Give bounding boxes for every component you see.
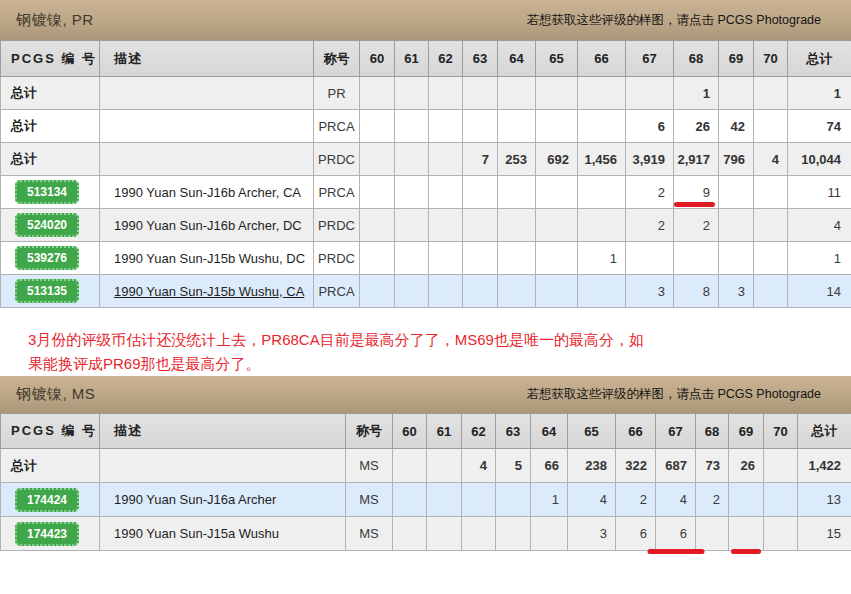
row-total-cell: 15 <box>798 517 851 551</box>
column-header-grade-68: 68 <box>696 414 729 449</box>
cert-number-button[interactable]: 174423 <box>15 522 79 546</box>
grade-cell-66: 2 <box>616 483 656 517</box>
ms-title-bar: 钢镀镍, MS 若想获取这些评级的样图，请点击 PCGS Photograde <box>0 376 851 413</box>
coin-description[interactable]: 1990 Yuan Sun-J15b Wushu, DC <box>114 251 305 266</box>
grade-cell-61 <box>395 143 429 176</box>
cert-number-button[interactable]: 174424 <box>15 488 79 512</box>
grade-cell-69: 3 <box>719 275 754 308</box>
cert-number-button[interactable]: 524020 <box>15 213 79 237</box>
grade-cell-63 <box>463 242 498 275</box>
grade-cell-69 <box>719 176 754 209</box>
photograde-link[interactable]: 若想获取这些评级的样图，请点击 PCGS Photograde <box>526 12 835 29</box>
grade-cell-66 <box>578 209 626 242</box>
description-cell[interactable]: 1990 Yuan Sun-J16b Archer, DC <box>100 209 314 242</box>
grade-cell-69 <box>719 77 754 110</box>
grade-cell-68: 2,917 <box>674 143 719 176</box>
grade-cell-66: 1,456 <box>578 143 626 176</box>
pcgs-population-report-page: 钢镀镍, PR 若想获取这些评级的样图，请点击 PCGS Photograde … <box>0 0 851 551</box>
grade-cell-61 <box>427 449 462 483</box>
cert-number-button[interactable]: 539276 <box>15 246 79 270</box>
coin-row: 5392761990 Yuan Sun-J15b Wushu, DCPRDC11 <box>1 242 851 275</box>
column-header-grade-63: 63 <box>496 414 531 449</box>
grade-cell-68: 1 <box>674 77 719 110</box>
grade-cell-60 <box>360 242 395 275</box>
column-header-grade-61: 61 <box>395 41 429 77</box>
description-cell[interactable]: 1990 Yuan Sun-J15b Wushu, CA <box>100 275 314 308</box>
grade-cell-60 <box>360 275 395 308</box>
grade-cell-67: 2 <box>626 176 674 209</box>
grade-cell-65: 692 <box>536 143 578 176</box>
row-total-cell: 1 <box>788 242 851 275</box>
grade-cell-67 <box>626 242 674 275</box>
annotation-line-2: 果能换评成PR69那也是最高分了。 <box>28 352 821 376</box>
coin-description[interactable]: 1990 Yuan Sun-J15a Wushu <box>114 526 279 541</box>
grade-cell-64: 1 <box>531 483 568 517</box>
grade-cell-63: 5 <box>496 449 531 483</box>
grade-cell-70 <box>754 110 788 143</box>
grade-cell-61 <box>395 110 429 143</box>
ms-section: 钢镀镍, MS 若想获取这些评级的样图，请点击 PCGS Photograde … <box>0 376 851 551</box>
grade-cell-63 <box>463 176 498 209</box>
grade-cell-67: 4 <box>656 483 696 517</box>
grade-cell-62 <box>429 242 463 275</box>
grade-cell-64: 66 <box>531 449 568 483</box>
row-total-cell: 13 <box>798 483 851 517</box>
user-annotation-text: 3月份的评级币估计还没统计上去，PR68CA目前是最高分了了，MS69也是唯一的… <box>0 308 851 376</box>
column-header-grade-66: 66 <box>616 414 656 449</box>
grade-cell-62 <box>429 176 463 209</box>
total-row-label: 总计 <box>11 151 37 166</box>
coin-description[interactable]: 1990 Yuan Sun-J16b Archer, DC <box>114 218 302 233</box>
grade-cell-64: 253 <box>498 143 536 176</box>
column-header-grade-64: 64 <box>531 414 568 449</box>
grade-cell-60 <box>393 449 427 483</box>
designation-cell: PRDC <box>314 209 360 242</box>
grade-cell-65: 4 <box>568 483 616 517</box>
column-header-pcgs-number: PCGS 编 号 <box>1 41 100 77</box>
grade-cell-63 <box>463 209 498 242</box>
annotation-line-1: 3月份的评级币估计还没统计上去，PR68CA目前是最高分了了，MS69也是唯一的… <box>28 328 821 352</box>
column-header-pcgs-number: PCGS 编 号 <box>1 414 100 449</box>
grade-cell-65 <box>536 275 578 308</box>
grade-cell-68 <box>674 242 719 275</box>
row-total-cell: 1,422 <box>798 449 851 483</box>
column-header-total: 总计 <box>788 41 851 77</box>
grade-cell-70 <box>764 449 798 483</box>
description-cell[interactable]: 1990 Yuan Sun-J16a Archer <box>100 483 346 517</box>
row-total-cell: 14 <box>788 275 851 308</box>
column-header-description: 描述 <box>100 41 314 77</box>
grade-cell-62 <box>429 110 463 143</box>
coin-description[interactable]: 1990 Yuan Sun-J16b Archer, CA <box>114 185 301 200</box>
description-cell[interactable]: 1990 Yuan Sun-J15a Wushu <box>100 517 346 551</box>
grade-cell-67: 2 <box>626 209 674 242</box>
coin-description[interactable]: 1990 Yuan Sun-J15b Wushu, CA <box>114 284 304 299</box>
column-header-grade-68: 68 <box>674 41 719 77</box>
grade-cell-67: 3,919 <box>626 143 674 176</box>
grade-cell-66: 1 <box>578 242 626 275</box>
photograde-link[interactable]: 若想获取这些评级的样图，请点击 PCGS Photograde <box>526 386 835 403</box>
grade-cell-60 <box>360 143 395 176</box>
pcgs-number-cell: 总计 <box>1 77 100 110</box>
grade-cell-60 <box>360 176 395 209</box>
column-header-grade-67: 67 <box>656 414 696 449</box>
description-cell <box>100 110 314 143</box>
column-header-grade-65: 65 <box>536 41 578 77</box>
grade-cell-63: 7 <box>463 143 498 176</box>
column-header-grade-62: 62 <box>429 41 463 77</box>
grade-cell-61 <box>395 77 429 110</box>
cert-number-button[interactable]: 513135 <box>15 279 79 303</box>
pcgs-number-cell: 539276 <box>1 242 100 275</box>
grade-cell-66 <box>578 176 626 209</box>
grade-cell-65: 3 <box>568 517 616 551</box>
grade-cell-68: 2 <box>674 209 719 242</box>
description-cell[interactable]: 1990 Yuan Sun-J16b Archer, CA <box>100 176 314 209</box>
grade-cell-68: 8 <box>674 275 719 308</box>
coin-description[interactable]: 1990 Yuan Sun-J16a Archer <box>114 492 276 507</box>
grade-cell-64 <box>498 209 536 242</box>
description-cell[interactable]: 1990 Yuan Sun-J15b Wushu, DC <box>100 242 314 275</box>
table-header-row: PCGS 编 号描述称号6061626364656667686970总计 <box>1 414 851 449</box>
ms-section-title: 钢镀镍, MS <box>16 385 95 404</box>
cert-number-button[interactable]: 513134 <box>15 180 79 204</box>
grade-cell-69 <box>729 483 764 517</box>
column-header-grade-69: 69 <box>719 41 754 77</box>
coin-row: 5131341990 Yuan Sun-J16b Archer, CAPRCA2… <box>1 176 851 209</box>
